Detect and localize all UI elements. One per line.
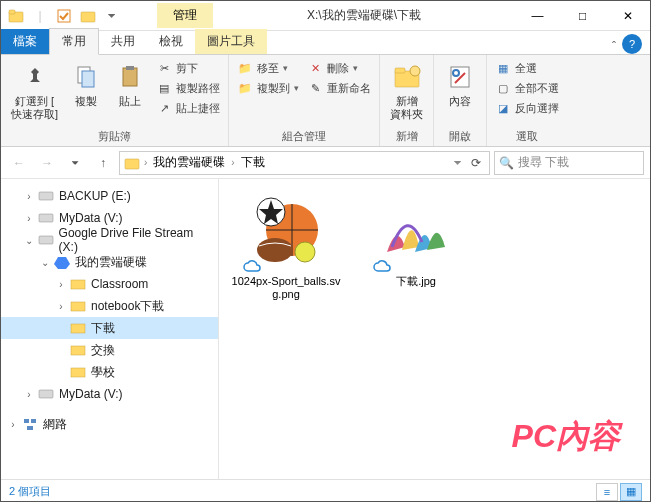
close-button[interactable]: ✕ [605,1,650,31]
nav-tree[interactable]: ›BACKUP (E:) ›MyData (V:) ⌄Google Drive … [1,179,219,479]
tree-node-folder-selected[interactable]: 下載 [1,317,218,339]
path-icon: ▤ [156,80,172,96]
paste-icon [114,61,146,93]
tree-node-folder[interactable]: 交換 [1,339,218,361]
quick-access-toolbar: | ⏷ [1,7,127,25]
file-pane[interactable]: 1024px-Sport_balls.svg.png 下載.jpg PC內容 [219,179,650,479]
view-icons-button[interactable]: ▦ [620,483,642,501]
svg-rect-18 [71,280,85,289]
nav-up-button[interactable]: ↑ [91,151,115,175]
invert-select-button[interactable]: ◪反向選擇 [493,99,561,117]
tree-node-folder[interactable]: 學校 [1,361,218,383]
nav-recent-button[interactable]: ⏷ [63,151,87,175]
dropdown-icon[interactable]: ⏷ [103,7,121,25]
svg-rect-15 [39,214,53,222]
folder-icon [69,275,87,293]
select-all-button[interactable]: ▦全選 [493,59,561,77]
svg-marker-17 [54,257,70,269]
folder-icon [69,319,87,337]
svg-rect-7 [126,66,134,70]
expand-icon[interactable]: › [53,301,69,312]
new-folder-icon [391,61,423,93]
minimize-button[interactable]: — [515,1,560,31]
gdrive-icon [53,253,71,271]
svg-rect-21 [71,346,85,355]
expand-icon[interactable]: › [21,389,37,400]
tab-file[interactable]: 檔案 [1,29,49,54]
svg-point-10 [410,66,420,76]
tree-node-folder[interactable]: ⌄我的雲端硬碟 [1,251,218,273]
copy-button[interactable]: 複製 [66,59,106,110]
expand-icon[interactable]: › [21,213,37,224]
svg-rect-16 [39,236,53,244]
breadcrumb-segment[interactable]: 我的雲端硬碟 [151,154,227,171]
expand-icon[interactable]: › [21,191,37,202]
paste-shortcut-button[interactable]: ↗貼上捷徑 [154,99,222,117]
tab-view[interactable]: 檢視 [147,29,195,54]
rename-icon: ✎ [307,80,323,96]
svg-rect-14 [39,192,53,200]
item-count: 2 個項目 [9,484,51,499]
paste-button[interactable]: 貼上 [110,59,150,110]
tree-node-drive[interactable]: ⌄Google Drive File Stream (X:) [1,229,218,251]
svg-rect-2 [58,10,70,22]
move-to-button[interactable]: 📁移至 ▾ [235,59,301,77]
svg-point-31 [295,242,315,262]
copy-path-button[interactable]: ▤複製路徑 [154,79,222,97]
tree-node-folder[interactable]: ›Classroom [1,273,218,295]
tab-picture-tools[interactable]: 圖片工具 [195,29,267,54]
expand-icon[interactable]: › [5,419,21,430]
contextual-tab-label: 管理 [157,3,213,28]
help-button[interactable]: ? [622,34,642,54]
group-organize: 📁移至 ▾ 📁複製到 ▾ ✕刪除 ▾ ✎重新命名 組合管理 [229,55,380,146]
checkbox-checked-icon[interactable] [55,7,73,25]
expand-icon[interactable]: › [53,279,69,290]
pin-button[interactable]: 釘選到 [ 快速存取] [7,59,62,123]
svg-rect-23 [39,390,53,398]
folder-icon[interactable] [7,7,25,25]
delete-icon: ✕ [307,60,323,76]
folder-icon [69,363,87,381]
select-none-button[interactable]: ▢全部不選 [493,79,561,97]
tree-node-drive[interactable]: ›MyData (V:) [1,383,218,405]
file-item[interactable]: 下載.jpg [361,191,471,288]
selectall-icon: ▦ [495,60,511,76]
svg-rect-13 [125,159,139,169]
folder-small-icon[interactable] [79,7,97,25]
breadcrumb-segment[interactable]: 下載 [239,154,267,171]
pin-icon [19,61,51,93]
tree-node-folder[interactable]: ›notebook下載 [1,295,218,317]
svg-rect-5 [82,71,94,87]
file-thumbnail [376,191,456,271]
chevron-right-icon[interactable]: › [144,157,147,168]
chevron-down-icon[interactable]: ⏷ [453,157,463,168]
refresh-button[interactable]: ⟳ [467,156,485,170]
new-folder-button[interactable]: 新增 資料夾 [386,59,427,123]
tree-node-network[interactable]: ›網路 [1,413,218,435]
title-bar: | ⏷ 管理 X:\我的雲端硬碟\下載 — □ ✕ [1,1,650,31]
scissors-icon: ✂ [156,60,172,76]
copy-to-button[interactable]: 📁複製到 ▾ [235,79,301,97]
rename-button[interactable]: ✎重新命名 [305,79,373,97]
drive-icon [37,209,55,227]
maximize-button[interactable]: □ [560,1,605,31]
collapse-icon[interactable]: ⌄ [37,257,53,268]
delete-button[interactable]: ✕刪除 ▾ [305,59,373,77]
svg-rect-25 [31,419,36,423]
tab-home[interactable]: 常用 [49,28,99,55]
address-bar[interactable]: › 我的雲端硬碟 › 下載 ⏷ ⟳ [119,151,490,175]
nav-back-button[interactable]: ← [7,151,31,175]
file-item[interactable]: 1024px-Sport_balls.svg.png [231,191,341,301]
cloud-status-icon [242,259,262,273]
chevron-right-icon[interactable]: › [231,157,234,168]
file-name: 下載.jpg [396,275,436,288]
collapse-icon[interactable]: ⌄ [21,235,37,246]
cut-button[interactable]: ✂剪下 [154,59,222,77]
search-input[interactable]: 🔍 搜尋 下載 [494,151,644,175]
tab-share[interactable]: 共用 [99,29,147,54]
view-details-button[interactable]: ≡ [596,483,618,501]
properties-button[interactable]: 內容 [440,59,480,110]
tree-node-drive[interactable]: ›BACKUP (E:) [1,185,218,207]
nav-forward-button[interactable]: → [35,151,59,175]
ribbon-collapse-icon[interactable]: ˆ [612,40,616,54]
